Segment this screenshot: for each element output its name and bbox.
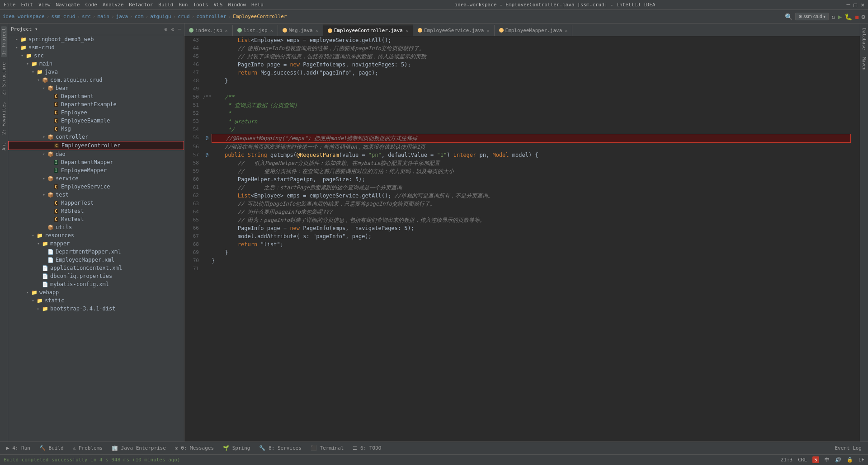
breadcrumb-java[interactable]: java xyxy=(116,14,128,19)
tree-item-resources[interactable]: ▾📁resources xyxy=(8,231,184,240)
tree-item-utils[interactable]: 📦utils xyxy=(8,223,184,231)
editor-tab-EmployeeController-java[interactable]: EmployeeController.java✕ xyxy=(323,25,413,36)
search-icon[interactable]: 🔍 xyxy=(785,13,793,20)
editor-tab-EmployeeMapper-java[interactable]: EmployeeMapper.java✕ xyxy=(495,25,573,36)
menu-bar[interactable]: File Edit View Navigate Code Analyze Ref… xyxy=(4,2,264,8)
menu-analyze[interactable]: Analyze xyxy=(103,2,123,8)
tree-item-EmployeeService[interactable]: CEmployeeService xyxy=(8,183,184,191)
menu-window[interactable]: Window xyxy=(228,2,246,8)
tree-item-DepartmentMapper-xml[interactable]: 📄DepartmentMapper.xml xyxy=(8,248,184,256)
tree-item-com-atguigu-crud[interactable]: ▾📦com.atguigu.crud xyxy=(8,76,184,84)
tree-item-ssm-crud[interactable]: ▾📁ssm-crud xyxy=(8,43,184,52)
breadcrumb-com[interactable]: com xyxy=(135,14,144,19)
settings-tree-icon[interactable]: ⚙ xyxy=(171,26,175,33)
breadcrumb-ssm-crud[interactable]: ssm-crud xyxy=(51,14,75,19)
menu-refactor[interactable]: Refactor xyxy=(129,2,153,8)
tree-item-bean[interactable]: ▾📦bean xyxy=(8,84,184,92)
sidebar-tab-database[interactable]: Database xyxy=(861,26,867,52)
tab-close-button[interactable]: ✕ xyxy=(486,28,489,33)
editor-tab-index-jsp[interactable]: index.jsp✕ xyxy=(184,25,233,36)
tab-close-button[interactable]: ✕ xyxy=(565,28,567,33)
tree-item-EmployeeExample[interactable]: CEmployeeExample xyxy=(8,117,184,125)
tree-item-Department[interactable]: CDepartment xyxy=(8,92,184,100)
sidebar-tab-project[interactable]: 1: Project xyxy=(1,26,7,57)
close-button[interactable]: ✕ xyxy=(861,1,864,8)
tree-item-EmployeeMapper-xml[interactable]: 📄EmployeeMapper.xml xyxy=(8,256,184,264)
tree-item-EmployeeController[interactable]: CEmployeeController xyxy=(8,141,184,150)
tab-terminal[interactable]: ⬛ Terminal xyxy=(307,444,348,452)
stop-icon[interactable]: ◼ xyxy=(855,13,859,20)
tab-close-button[interactable]: ✕ xyxy=(406,28,408,33)
tree-item-controller[interactable]: ▾📦controller xyxy=(8,133,184,141)
tree-item-test[interactable]: ▾📦test xyxy=(8,191,184,199)
breadcrumb-crud[interactable]: crud xyxy=(178,14,190,19)
breadcrumb-class[interactable]: EmployeeController xyxy=(233,14,287,19)
collapse-tree-icon[interactable]: ─ xyxy=(178,26,181,33)
tab-run[interactable]: ▶ 4: Run xyxy=(3,444,34,452)
menu-view[interactable]: View xyxy=(38,2,51,8)
tree-item-mybatis-config-xml[interactable]: 📄mybatis-config.xml xyxy=(8,280,184,288)
tree-item-applicationContext-xml[interactable]: 📄applicationContext.xml xyxy=(8,264,184,272)
menu-tools[interactable]: Tools xyxy=(193,2,208,8)
tree-item-dao[interactable]: ▾📦dao xyxy=(8,150,184,158)
settings-icon[interactable]: ⚙ xyxy=(862,13,865,20)
tree-item-DepartmentExample[interactable]: CDepartmentExample xyxy=(8,100,184,108)
editor-tab-list-jsp[interactable]: list.jsp✕ xyxy=(233,25,278,36)
sidebar-tab-structure[interactable]: Z: Structure xyxy=(1,61,7,97)
tree-item-springboot[interactable]: ▸📁springboot_demo3_web xyxy=(8,35,184,43)
tree-item-MvcTest[interactable]: CMvcTest xyxy=(8,215,184,223)
window-controls[interactable]: ─ □ ✕ xyxy=(847,1,864,8)
sidebar-tab-ant[interactable]: Ant xyxy=(1,141,7,152)
tree-item-Employee[interactable]: CEmployee xyxy=(8,108,184,117)
run-icon[interactable]: ▶ xyxy=(838,13,842,20)
breadcrumb-workspace[interactable]: idea-workspace xyxy=(3,14,45,19)
tab-close-button[interactable]: ✕ xyxy=(316,28,318,33)
project-tree-content[interactable]: ▸📁springboot_demo3_web▾📁ssm-crud▾📁src▾📁m… xyxy=(8,35,184,442)
breadcrumb-main[interactable]: main xyxy=(97,14,109,19)
tree-item-mapper[interactable]: ▾📁mapper xyxy=(8,240,184,248)
sidebar-tab-favorites[interactable]: 2: Favorites xyxy=(1,100,7,136)
tree-item-service[interactable]: ▾📦service xyxy=(8,174,184,183)
tree-item-src[interactable]: ▾📁src xyxy=(8,52,184,60)
menu-code[interactable]: Code xyxy=(85,2,97,8)
tab-build[interactable]: 🔨 Build xyxy=(36,444,67,452)
tab-problems[interactable]: ⚠ Problems xyxy=(69,444,106,452)
breadcrumb-controller[interactable]: controller xyxy=(196,14,226,19)
tab-close-button[interactable]: ✕ xyxy=(270,28,273,33)
breadcrumb-atguigu[interactable]: atguigu xyxy=(150,14,171,19)
tree-item-bootstrap-3-4-1-dist[interactable]: ▸📁bootstrap-3.4.1-dist xyxy=(8,305,184,313)
project-dropdown[interactable]: ⚙ ssm-crud ▾ xyxy=(795,13,829,20)
refresh-icon[interactable]: ↻ xyxy=(831,13,835,20)
scope-icon[interactable]: ⊕ xyxy=(164,26,167,33)
sidebar-tab-maven[interactable]: Maven xyxy=(861,55,867,72)
tree-item-java[interactable]: ▾📁java xyxy=(8,68,184,76)
menu-build[interactable]: Build xyxy=(158,2,173,8)
tab-close-button[interactable]: ✕ xyxy=(225,28,228,33)
tab-messages[interactable]: ✉ 0: Messages xyxy=(171,444,217,452)
tree-item-DepartmentMapper[interactable]: IDepartmentMapper xyxy=(8,158,184,166)
menu-help[interactable]: Help xyxy=(251,2,264,8)
minimize-button[interactable]: ─ xyxy=(847,1,850,8)
tree-item-static[interactable]: ▾📁static xyxy=(8,296,184,305)
tab-services[interactable]: 🔧 8: Services xyxy=(255,444,305,452)
menu-file[interactable]: File xyxy=(4,2,16,8)
event-log[interactable]: Event Log xyxy=(831,445,865,451)
menu-edit[interactable]: Edit xyxy=(21,2,33,8)
menu-run[interactable]: Run xyxy=(179,2,188,8)
menu-vcs[interactable]: VCS xyxy=(213,2,222,8)
tab-spring[interactable]: 🌱 Spring xyxy=(219,444,254,452)
editor-tab-EmployeeService-java[interactable]: EmployeeService.java✕ xyxy=(413,25,494,36)
tree-item-main[interactable]: ▾📁main xyxy=(8,60,184,68)
tree-item-EmployeeMapper[interactable]: IEmployeeMapper xyxy=(8,166,184,174)
tab-todo[interactable]: ☰ 6: TODO xyxy=(349,444,385,452)
debug-icon[interactable]: 🐛 xyxy=(844,13,852,20)
tree-item-dbconfig-properties[interactable]: 📄dbconfig.properties xyxy=(8,272,184,280)
menu-navigate[interactable]: Navigate xyxy=(56,2,80,8)
editor-tab-Msg-java[interactable]: Msg.java✕ xyxy=(278,25,323,36)
tree-item-MapperTest[interactable]: CMapperTest xyxy=(8,199,184,207)
code-content[interactable]: 43 List<Employee> emps = employeeService… xyxy=(184,36,860,442)
maximize-button[interactable]: □ xyxy=(854,1,857,8)
tree-item-Msg[interactable]: CMsg xyxy=(8,125,184,133)
breadcrumb-src[interactable]: src xyxy=(82,14,91,19)
tree-item-webapp[interactable]: ▾📁webapp xyxy=(8,288,184,296)
